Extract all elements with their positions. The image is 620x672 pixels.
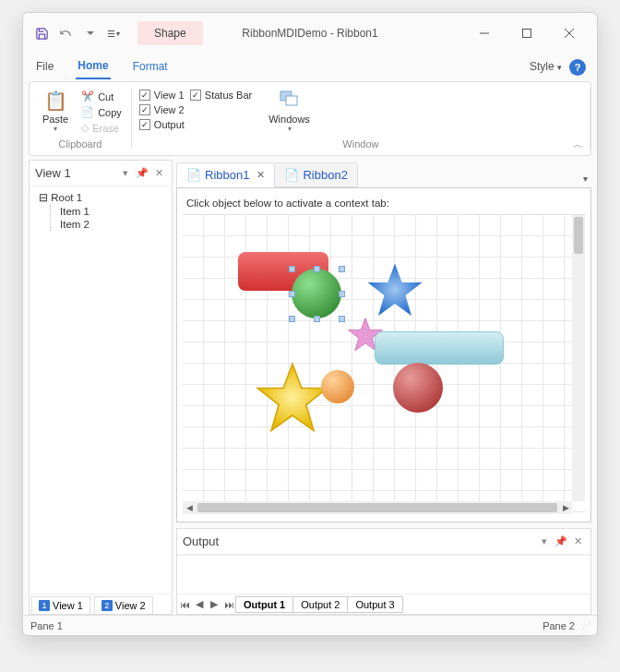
output-pane-header: Output ▾ 📌 ✕ [177,529,590,555]
blue-star[interactable] [365,261,424,320]
save-icon[interactable] [30,22,53,44]
selection-handle[interactable] [339,316,345,322]
tree-view: ⊟ Root 1 Item 1 Item 2 [30,186,172,594]
document-icon: 📄 [186,168,201,182]
status-left: Pane 1 [30,620,63,631]
group-label-clipboard: Clipboard [37,138,124,150]
erase-icon: ◇ [81,122,89,134]
close-pane-icon[interactable]: ✕ [151,167,166,179]
paste-icon: 📋 [44,90,67,112]
main-area: 📄 Ribbon1 ✕ 📄 Ribbon2 ▾ Click object bel… [176,160,591,615]
output-tab-3[interactable]: Output 3 [347,596,402,613]
svg-marker-8 [257,364,327,430]
selection-handle[interactable] [314,266,320,272]
nav-next-icon[interactable]: ▶ [207,598,221,610]
paste-button[interactable]: 📋 Paste ▾ [37,88,74,135]
chevron-down-icon: ▾ [54,125,57,133]
check-statusbar[interactable]: ✓Status Bar [190,90,252,101]
selection-handle[interactable] [339,291,345,297]
output-pane-title: Output [183,534,219,548]
tab-format[interactable]: Format [131,56,170,78]
canvas-panel: Click object below to activate a context… [176,187,591,522]
collapse-ribbon-icon[interactable]: ︿ [573,138,583,151]
green-sphere[interactable] [292,269,341,318]
selection-handle[interactable] [289,316,295,322]
undo-icon[interactable] [54,22,77,44]
minimize-button[interactable] [464,20,505,46]
tree-item[interactable]: Item 2 [56,218,166,231]
copy-button[interactable]: 📄Copy [79,105,124,119]
document-icon: 📄 [284,168,299,182]
svg-rect-5 [286,96,297,105]
ribbon-tabs: File Home Format Style ▾ ? [23,54,597,81]
yellow-star[interactable] [255,361,330,437]
resize-grip-icon[interactable]: ⋰ [582,620,590,630]
undo-dropdown-icon[interactable] [78,22,101,44]
pane-menu-icon[interactable]: ▾ [118,167,133,179]
orange-sphere[interactable] [321,370,354,403]
nav-last-icon[interactable]: ⏭ [221,599,236,610]
doc-tab-ribbon1[interactable]: 📄 Ribbon1 ✕ [176,162,275,187]
output-tab-1[interactable]: Output 1 [235,596,293,613]
selection-handle[interactable] [289,291,295,297]
context-tab-shape[interactable]: Shape [137,21,203,45]
output-tabs: ⏮ ◀ ▶ ⏭ Output 1 Output 2 Output 3 [177,594,590,614]
selection-handle[interactable] [339,266,345,272]
output-body [177,555,590,594]
qat-customize-icon[interactable]: ☰▾ [102,22,125,44]
tree-item[interactable]: Item 1 [56,205,166,218]
main-window: ☰▾ Shape RibbonMDIDemo - Ribbon1 File Ho… [22,12,598,636]
pin-icon[interactable]: 📌 [135,167,149,179]
nav-prev-icon[interactable]: ◀ [192,598,207,610]
erase-button[interactable]: ◇Erase [79,121,124,135]
view-tab-1[interactable]: 1View 1 [31,596,90,614]
style-dropdown[interactable]: Style ▾ [528,56,564,78]
scissors-icon: ✂️ [81,90,94,102]
close-button[interactable] [549,20,590,46]
canvas[interactable]: ◀▶ [183,214,585,514]
horizontal-scrollbar[interactable]: ◀▶ [183,501,572,514]
check-view2[interactable]: ✓View 2 [139,104,185,115]
ribbon: 📋 Paste ▾ ✂️Cut 📄Copy ◇Erase Clipboard ✓… [29,81,591,156]
selection-handle[interactable] [289,266,295,272]
selection-handle[interactable] [314,316,320,322]
close-pane-icon[interactable]: ✕ [570,535,585,547]
group-label-window: Window [139,138,582,150]
vertical-scrollbar[interactable] [572,215,585,501]
svg-rect-1 [523,30,531,38]
document-tabs: 📄 Ribbon1 ✕ 📄 Ribbon2 ▾ [176,160,591,187]
output-tab-2[interactable]: Output 2 [292,596,348,613]
maximize-button[interactable] [507,20,547,46]
pin-icon[interactable]: 📌 [554,535,568,547]
ribbon-group-clipboard: 📋 Paste ▾ ✂️Cut 📄Copy ◇Erase Clipboard [30,88,132,150]
pane-menu-icon[interactable]: ▾ [537,535,552,547]
copy-icon: 📄 [81,106,94,118]
status-right: Pane 2 [542,620,575,631]
view-tab-2[interactable]: 2View 2 [94,596,153,614]
cyan-rectangle[interactable] [375,331,504,365]
quick-access-toolbar: ☰▾ [30,22,125,44]
statusbar: Pane 1 Pane 2 ⋰ [23,615,597,635]
ribbon-group-window: ✓View 1 ✓View 2 ✓Output ✓Status Bar Wind… [132,88,590,150]
nav-first-icon[interactable]: ⏮ [177,599,192,610]
content-area: View 1 ▾ 📌 ✕ ⊟ Root 1 Item 1 Item 2 1Vie… [29,160,591,615]
windows-button[interactable]: Windows ▾ [263,88,316,135]
view-pane-title: View 1 [35,166,71,180]
windows-icon [280,90,300,112]
chevron-down-icon: ▾ [288,125,292,133]
tab-file[interactable]: File [34,56,55,78]
output-pane: Output ▾ 📌 ✕ ⏮ ◀ ▶ ⏭ Output 1 Output 2 O… [176,528,591,615]
cut-button[interactable]: ✂️Cut [79,90,124,103]
red-sphere[interactable] [393,363,443,413]
view-pane: View 1 ▾ 📌 ✕ ⊟ Root 1 Item 1 Item 2 1Vie… [29,160,173,615]
help-icon[interactable]: ? [569,59,586,76]
check-view1[interactable]: ✓View 1 [139,90,185,101]
check-output[interactable]: ✓Output [139,119,185,130]
canvas-hint: Click object below to activate a context… [186,198,581,209]
doc-tabs-menu-icon[interactable]: ▾ [579,170,591,187]
close-tab-icon[interactable]: ✕ [256,169,265,181]
tree-root[interactable]: ⊟ Root 1 [35,190,166,205]
doc-tab-ribbon2[interactable]: 📄 Ribbon2 [274,162,357,187]
window-title: RibbonMDIDemo - Ribbon1 [242,27,377,40]
tab-home[interactable]: Home [76,55,110,79]
